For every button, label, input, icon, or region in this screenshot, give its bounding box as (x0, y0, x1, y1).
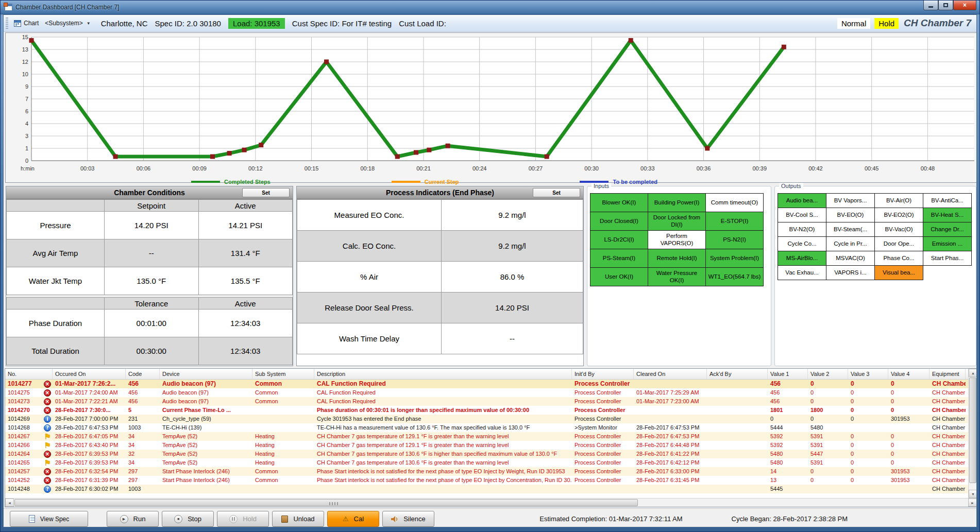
output-indicator-cell[interactable]: BV-N2(O) (778, 222, 826, 237)
alarm-column-header[interactable]: Description (314, 369, 572, 379)
alarm-row[interactable]: 1014273× 01-Mar-2017 7:22:21 AM 456 Audi… (5, 397, 968, 406)
alarm-row[interactable]: 1014268? 28-Feb-2017 6:47:53 PM 1003 TE-… (5, 423, 968, 432)
process-indicators-set-button[interactable]: Set (533, 188, 580, 197)
input-indicator-cell[interactable]: Perform VAPORS(O) (648, 230, 706, 249)
input-indicator-cell[interactable]: System Problem(I) (705, 249, 764, 268)
scroll-left-button[interactable]: ◄ (5, 499, 14, 507)
subsystem-dropdown[interactable]: <Subsystem> ▼ (42, 18, 93, 28)
alarm-occurred-on: 28-Feb-2017 6:32:54 PM (53, 467, 126, 476)
alarm-row[interactable]: 1014257× 28-Feb-2017 6:32:54 PM 297 Star… (5, 467, 968, 476)
output-indicator-cell[interactable]: MSVAC(O) (826, 251, 875, 266)
chamber-conditions-set-button[interactable]: Set (242, 188, 290, 197)
input-indicator-cell[interactable]: Remote Hold(I) (648, 249, 706, 268)
input-indicator-cell[interactable]: PS-Steam(I) (590, 249, 648, 268)
input-indicator-cell[interactable]: Building Power(I) (648, 193, 706, 212)
alarm-column-header[interactable]: Value 3 (848, 369, 888, 379)
output-indicator-cell[interactable]: BV-Air(O) (874, 193, 923, 208)
close-button[interactable]: × (953, 1, 976, 10)
output-indicator-cell[interactable]: VAPORS i... (826, 265, 875, 280)
alarm-column-header[interactable]: Occured On (53, 369, 126, 379)
output-indicator-cell[interactable]: Emission ... (923, 236, 972, 251)
svg-text:6: 6 (25, 108, 28, 114)
alarm-column-header[interactable]: Equipment (930, 369, 966, 379)
scroll-down-button[interactable]: ▼ (969, 490, 977, 498)
unload-button[interactable]: Unload (272, 511, 324, 527)
alarm-column-header[interactable]: Value 4 (888, 369, 930, 379)
alarm-row[interactable]: 1014267⚑ 28-Feb-2017 6:47:05 PM 34 TempA… (5, 432, 968, 441)
input-indicator-cell[interactable]: Water Pressure OK(I) (648, 267, 706, 286)
minimize-button[interactable] (923, 1, 938, 10)
toolbar-grip[interactable] (6, 18, 8, 29)
alarm-column-header[interactable]: Value 2 (808, 369, 848, 379)
output-indicator-cell[interactable]: Phase Co... (874, 251, 923, 266)
output-indicator-cell[interactable]: Change Dr... (923, 222, 972, 237)
output-indicator-cell[interactable]: BV Vapors... (826, 193, 875, 208)
output-indicator-cell[interactable]: BV-Cool S... (778, 208, 826, 222)
hold-status-badge[interactable]: Hold (874, 18, 899, 29)
input-indicator-cell[interactable]: Comm timeout(O) (705, 193, 764, 212)
normal-status-badge[interactable]: Normal (837, 18, 870, 29)
output-indicator-cell[interactable]: BV-Heat S... (923, 208, 972, 222)
alarm-row[interactable]: 1014270× 28-Feb-2017 7:30:0... 5 Current… (5, 406, 968, 415)
alarm-value3 (848, 423, 888, 432)
column-header (7, 200, 105, 212)
alarm-column-header[interactable]: Ack'd By (707, 369, 768, 379)
chart-button[interactable]: Chart (11, 18, 42, 28)
input-indicator-cell[interactable]: E-STOP(I) (705, 212, 764, 231)
output-indicator-cell[interactable]: Audio bea... (778, 193, 826, 208)
output-indicator-cell[interactable]: Vac Exhau... (778, 265, 826, 280)
input-indicator-cell[interactable]: LS-Dr2Cl(I) (590, 230, 648, 249)
horizontal-scrollbar[interactable]: ◄ ► (5, 498, 977, 507)
horizontal-scroll-thumb[interactable] (14, 499, 638, 506)
input-indicator-cell[interactable]: User OK(I) (590, 267, 648, 286)
input-indicator-cell[interactable]: PS-N2(I) (705, 230, 764, 249)
alarm-column-header[interactable]: Init'd By (572, 369, 634, 379)
input-indicator-cell[interactable]: Door Closed(I) (590, 212, 648, 231)
alarm-row[interactable]: 1014264× 28-Feb-2017 6:39:53 PM 32 TempA… (5, 450, 968, 458)
alarm-column-header[interactable]: No. (5, 369, 53, 379)
alarm-code: 297 (126, 476, 160, 485)
alarm-row[interactable]: 1014248? 28-Feb-2017 6:30:02 PM 1003 544… (5, 485, 968, 493)
alarm-row[interactable]: 1014275× 01-Mar-2017 7:24:00 AM 456 Audi… (5, 388, 968, 397)
stop-button[interactable]: ■ Stop (162, 511, 214, 527)
warning-flag-icon: ⚑ (44, 441, 51, 450)
alarm-column-header[interactable]: Sub System (252, 369, 314, 379)
cal-button[interactable]: ⚠ Cal (327, 511, 379, 527)
alarm-column-header[interactable]: Code (126, 369, 160, 379)
alarm-row[interactable]: 1014252× 28-Feb-2017 6:31:39 PM 297 Star… (5, 476, 968, 485)
input-indicator-cell[interactable]: Door Locked from DI(I) (648, 212, 706, 231)
output-indicator-cell[interactable]: BV-Steam(... (826, 222, 875, 237)
output-indicator-cell[interactable]: Cycle Co... (778, 236, 826, 251)
alarm-row[interactable]: 1014265⚑ 28-Feb-2017 6:39:53 PM 34 TempA… (5, 458, 968, 467)
output-indicator-cell[interactable]: MS-AirBlo... (778, 251, 826, 266)
maximize-button[interactable] (938, 1, 953, 10)
output-indicator-cell[interactable]: BV-EO(O) (826, 208, 875, 222)
alarm-row[interactable]: 1014269i 28-Feb-2017 7:00:00 PM 231 Ch_c… (5, 415, 968, 423)
vertical-scrollbar[interactable]: ▲ ▼ (968, 369, 977, 498)
hold-button[interactable]: Hold (217, 511, 269, 527)
alarm-subsystem (252, 406, 314, 415)
output-indicator-cell[interactable]: BV-Vac(O) (874, 222, 923, 237)
alarm-number: 1014257 (8, 467, 30, 476)
alarm-column-header[interactable]: Cleared On (634, 369, 707, 379)
input-indicator-cell[interactable]: Blower OK(I) (590, 193, 648, 212)
alarm-row[interactable]: 1014266⚑ 28-Feb-2017 6:43:40 PM 34 TempA… (5, 441, 968, 450)
input-indicator-cell[interactable]: WT1_EO(564.7 lbs) (705, 267, 764, 286)
vertical-scroll-thumb[interactable] (969, 377, 976, 483)
output-indicator-cell[interactable]: Door Ope... (874, 236, 923, 251)
silence-button[interactable]: Silence (382, 511, 434, 527)
alarm-value4: 0 (888, 388, 930, 397)
alarm-column-header[interactable]: Device (160, 369, 252, 379)
alarm-row[interactable]: 1014277× 01-Mar-2017 7:26:2... 456 Audio… (5, 380, 968, 388)
output-indicator-cell[interactable]: Start Phas... (923, 251, 972, 266)
alarm-column-header[interactable]: Value 1 (768, 369, 808, 379)
output-indicator-cell[interactable]: BV-EO2(O) (874, 208, 923, 222)
warning-flag-icon: ⚑ (44, 432, 51, 441)
scroll-right-button[interactable]: ► (968, 499, 977, 507)
output-indicator-cell[interactable]: BV-AntiCa... (923, 193, 972, 208)
scroll-up-button[interactable]: ▲ (969, 369, 977, 377)
run-button[interactable]: ▶ Run (107, 511, 159, 527)
output-indicator-cell[interactable]: Visual bea... (874, 265, 923, 280)
output-indicator-cell[interactable]: Cycle in Pr... (826, 236, 875, 251)
view-spec-button[interactable]: View Spec (10, 511, 88, 527)
